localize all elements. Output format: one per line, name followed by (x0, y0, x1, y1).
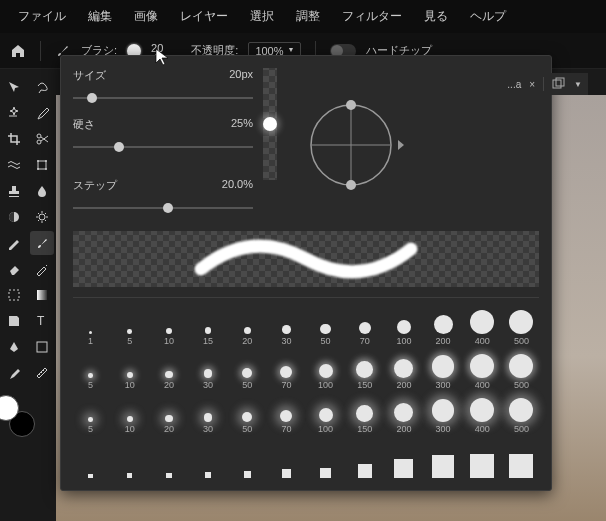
lasso-tool[interactable] (30, 75, 54, 99)
step-value: 20.0% (222, 178, 253, 193)
angle-control[interactable] (287, 68, 415, 221)
brush-preset[interactable]: 200 (426, 308, 461, 346)
brush-preset[interactable]: 6 (112, 440, 147, 478)
transform-tool[interactable] (30, 153, 54, 177)
droplet-tool[interactable] (30, 179, 54, 203)
brush-preset[interactable]: 5 (73, 352, 108, 390)
brush-preset[interactable]: 400 (465, 440, 500, 478)
brush-preset[interactable]: 10 (112, 396, 147, 434)
brush-preset[interactable]: 100 (386, 308, 421, 346)
size-slider[interactable] (73, 91, 253, 105)
wave-tool[interactable] (2, 153, 26, 177)
sun-tool[interactable] (30, 205, 54, 229)
chevron-down-icon[interactable]: ▼ (574, 80, 582, 89)
brush-preset[interactable]: 150 (347, 396, 382, 434)
hardness-slider[interactable] (73, 140, 253, 154)
ruler-tool[interactable] (30, 361, 54, 385)
brush-preset[interactable]: 100 (347, 440, 382, 478)
step-slider[interactable] (73, 201, 253, 215)
color-swatch[interactable] (0, 395, 35, 437)
menu-item[interactable]: レイヤー (170, 4, 238, 29)
brush-preset[interactable]: 300 (426, 396, 461, 434)
floppy-tool[interactable] (2, 309, 26, 333)
brush-preset[interactable]: 300 (426, 440, 461, 478)
pen-tool[interactable] (2, 335, 26, 359)
brush-preset[interactable]: 50 (308, 308, 343, 346)
brush-preset[interactable]: 30 (191, 396, 226, 434)
brush-preset[interactable]: 500 (504, 352, 539, 390)
brush-preset[interactable]: 100 (308, 396, 343, 434)
brush-preset[interactable]: 400 (465, 396, 500, 434)
crop-tool[interactable] (2, 127, 26, 151)
brush-preset[interactable]: 300 (426, 352, 461, 390)
svg-text:T: T (37, 314, 45, 328)
brush-preset[interactable]: 30 (269, 308, 304, 346)
svg-point-5 (37, 160, 39, 162)
brush-preset[interactable]: 10 (112, 352, 147, 390)
brush-preset[interactable]: 200 (386, 352, 421, 390)
brush-preset[interactable]: 70 (269, 352, 304, 390)
menu-item[interactable]: 見る (414, 4, 458, 29)
document-tab-right[interactable]: ...a × ▼ (501, 73, 588, 95)
menu-item[interactable]: 選択 (240, 4, 284, 29)
duplicate-icon[interactable] (552, 77, 566, 91)
scissors-tool[interactable] (30, 127, 54, 151)
brush-preset[interactable]: 150 (347, 352, 382, 390)
brush-preset[interactable]: 50 (308, 440, 343, 478)
brush-preset[interactable]: 200 (386, 440, 421, 478)
preset-label: 300 (436, 424, 451, 434)
brush-preset[interactable]: 100 (308, 352, 343, 390)
preset-label: 15 (203, 336, 213, 346)
brush-preset[interactable]: 50 (230, 352, 265, 390)
brush-preset[interactable]: 4 (73, 440, 108, 478)
menu-item[interactable]: ヘルプ (460, 4, 516, 29)
tool-column-right: T (28, 69, 56, 521)
menu-item[interactable]: 調整 (286, 4, 330, 29)
pencil-tool[interactable] (2, 231, 26, 255)
brush-preset[interactable]: 70 (347, 308, 382, 346)
shape-tool[interactable] (30, 335, 54, 359)
menu-item[interactable]: フィルター (332, 4, 412, 29)
type-tool[interactable]: T (30, 309, 54, 333)
marquee-tool[interactable] (2, 283, 26, 307)
brush-preset[interactable]: 20 (230, 308, 265, 346)
picker-tool[interactable] (30, 101, 54, 125)
brush-preset[interactable]: 50 (230, 396, 265, 434)
brush-preset[interactable]: 5 (112, 308, 147, 346)
brush-preset[interactable]: 20 (151, 396, 186, 434)
brush-preset[interactable]: 10 (191, 440, 226, 478)
gradient-tool[interactable] (30, 283, 54, 307)
brush-preset[interactable]: 15 (191, 308, 226, 346)
brush-preset[interactable]: 30 (191, 352, 226, 390)
brush-preset[interactable]: 400 (465, 352, 500, 390)
brush-preset[interactable]: 5 (73, 396, 108, 434)
menu-item[interactable]: 編集 (78, 4, 122, 29)
brush-preset[interactable]: 30 (269, 440, 304, 478)
brush-tool[interactable] (30, 231, 54, 255)
menu-item[interactable]: ファイル (8, 4, 76, 29)
brush-preset[interactable]: 500 (504, 440, 539, 478)
home-icon[interactable] (10, 43, 26, 59)
brush-preset[interactable]: 400 (465, 308, 500, 346)
brush-preset[interactable]: 500 (504, 396, 539, 434)
svg-rect-10 (37, 290, 47, 300)
close-icon[interactable]: × (529, 79, 535, 90)
brush-preset[interactable]: 20 (151, 352, 186, 390)
stamp-tool[interactable] (2, 179, 26, 203)
replace-tool[interactable] (30, 257, 54, 281)
brush-preset[interactable]: 8 (151, 440, 186, 478)
move-tool[interactable] (2, 75, 26, 99)
brush-preset[interactable]: 20 (230, 440, 265, 478)
preset-label: 20 (164, 424, 174, 434)
brush-preset[interactable]: 1 (73, 308, 108, 346)
brush-preset[interactable]: 70 (269, 396, 304, 434)
svg-point-7 (37, 168, 39, 170)
contrast-tool[interactable] (2, 205, 26, 229)
dropper-tool[interactable] (2, 361, 26, 385)
eraser-tool[interactable] (2, 257, 26, 281)
wand-tool[interactable] (2, 101, 26, 125)
menu-item[interactable]: 画像 (124, 4, 168, 29)
brush-preset[interactable]: 10 (151, 308, 186, 346)
brush-preset[interactable]: 200 (386, 396, 421, 434)
brush-preset[interactable]: 500 (504, 308, 539, 346)
